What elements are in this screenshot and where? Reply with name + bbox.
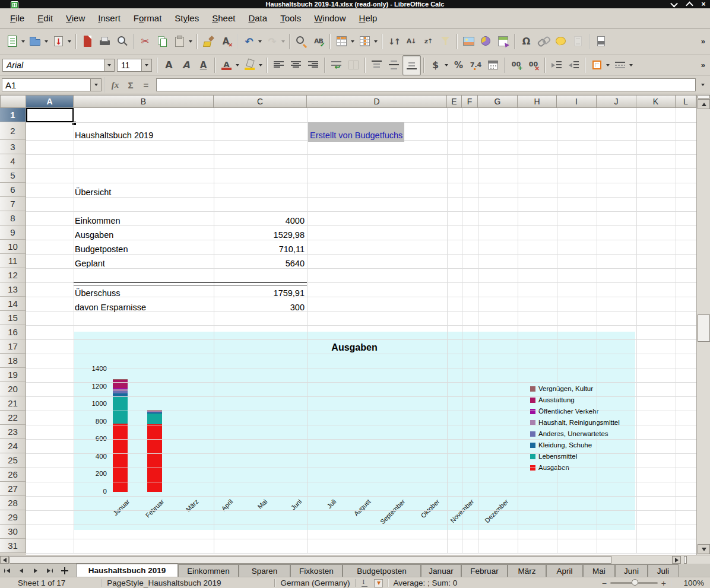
maximize-button[interactable] — [685, 1, 693, 7]
borders-button[interactable] — [588, 56, 611, 75]
save-button[interactable]: ↓ — [50, 32, 73, 51]
redo-button[interactable]: ↷ — [264, 32, 287, 51]
column-header-g[interactable]: G — [478, 95, 518, 108]
column-header-f[interactable]: F — [462, 95, 478, 108]
row-header-23[interactable]: 23 — [0, 425, 26, 439]
menu-item-window[interactable]: Window — [308, 11, 352, 25]
sheet-tab-sparen[interactable]: Sparen — [239, 564, 290, 577]
font-size-value[interactable]: 11 — [117, 59, 142, 72]
highlight-color-button[interactable] — [241, 56, 264, 75]
row-header-8[interactable]: 8 — [0, 211, 26, 225]
vertical-scroll-thumb[interactable] — [698, 314, 710, 342]
menu-item-view[interactable]: View — [59, 11, 91, 25]
bold-button[interactable]: A — [160, 56, 178, 75]
font-name-combobox[interactable]: Arial — [2, 59, 115, 72]
next-sheet-button[interactable] — [28, 565, 43, 577]
horizontal-scroll-thumb[interactable] — [9, 556, 611, 564]
sheet-tab-einkommen[interactable]: Einkommen — [178, 564, 239, 577]
font-color-button[interactable]: A — [218, 56, 241, 75]
italic-button[interactable]: A — [178, 56, 195, 75]
row-header-20[interactable]: 20 — [0, 382, 26, 396]
row-header-19[interactable]: 19 — [0, 368, 26, 382]
sum-icon[interactable]: Σ — [123, 80, 138, 90]
headers-footers-button[interactable] — [569, 32, 587, 51]
insert-hyperlink-button[interactable] — [535, 32, 552, 51]
document-modified-icon[interactable] — [374, 579, 383, 587]
equals-icon[interactable]: = — [138, 80, 154, 90]
sort-button[interactable]: ↓↑ — [385, 32, 402, 51]
row-header-26[interactable]: 26 — [0, 468, 26, 482]
zoom-level-label[interactable]: 100% — [677, 579, 704, 587]
delete-decimal-button[interactable]: 00 — [525, 56, 542, 75]
column-header-e[interactable]: E — [447, 95, 462, 108]
underline-button[interactable]: A — [195, 56, 212, 75]
row-header-25[interactable]: 25 — [0, 453, 26, 468]
increase-indent-button[interactable] — [548, 56, 565, 75]
export-pdf-button[interactable] — [79, 32, 96, 51]
align-bottom-button[interactable] — [402, 55, 421, 75]
currency-button[interactable]: $ — [427, 56, 450, 75]
insert-mode-icon[interactable] — [361, 579, 369, 587]
row-button[interactable] — [333, 32, 356, 51]
row-header-11[interactable]: 11 — [0, 254, 26, 268]
font-size-combobox[interactable]: 11 — [117, 59, 152, 72]
merge-cells-button[interactable] — [345, 56, 362, 75]
row-header-1[interactable]: 1 — [0, 108, 26, 122]
row-header-18[interactable]: 18 — [0, 354, 26, 368]
print-button[interactable] — [96, 32, 113, 51]
row-header-21[interactable]: 21 — [0, 396, 26, 411]
sheet-tab-budgetposten[interactable]: Budgetposten — [343, 564, 421, 577]
row-header-12[interactable]: 12 — [0, 268, 26, 282]
select-all-corner[interactable] — [0, 95, 26, 108]
column-header-l[interactable]: L — [676, 95, 696, 108]
previous-sheet-button[interactable] — [14, 565, 28, 577]
vertical-split-handle[interactable] — [698, 95, 710, 98]
row-header-31[interactable]: 31 — [0, 539, 26, 553]
sheet-tab-mai[interactable]: Mai — [583, 564, 615, 577]
column-header-i[interactable]: I — [557, 95, 597, 108]
page-style-label[interactable]: PageStyle_Haushaltsbuch 2019 — [107, 579, 221, 587]
column-header-d[interactable]: D — [307, 95, 447, 108]
sheet-tab-februar[interactable]: Februar — [461, 564, 508, 577]
cell-grid[interactable]: Ausgaben 0200400600800100012001400Januar… — [26, 108, 696, 555]
row-header-6[interactable]: 6 — [0, 183, 26, 197]
number-format-button[interactable]: 7.4 — [467, 56, 484, 75]
sheet-tab-januar[interactable]: Januar — [421, 564, 461, 577]
undo-button[interactable]: ↶ — [240, 32, 264, 51]
row-header-15[interactable]: 15 — [0, 311, 26, 325]
column-header-b[interactable]: B — [74, 95, 214, 108]
pivot-table-button[interactable] — [495, 32, 512, 51]
menu-item-sheet[interactable]: Sheet — [205, 11, 242, 25]
insert-image-button[interactable] — [460, 32, 477, 51]
scroll-down-button[interactable] — [698, 544, 710, 554]
zoom-slider-knob[interactable] — [632, 579, 638, 586]
scroll-right-button[interactable] — [672, 556, 681, 564]
align-center-button[interactable] — [287, 56, 305, 75]
sort-descending-button[interactable]: z↑ — [420, 32, 437, 51]
column-header-a[interactable]: A — [26, 95, 74, 108]
language-label[interactable]: German (Germany) — [280, 579, 350, 587]
sheet-tab-fixkosten[interactable]: Fixkosten — [290, 564, 343, 577]
autofilter-button[interactable] — [437, 32, 454, 51]
selection-summary-label[interactable]: Average: ; Sum: 0 — [394, 579, 458, 587]
column-header-k[interactable]: K — [636, 95, 676, 108]
function-wizard-icon[interactable]: fx — [107, 80, 123, 90]
row-header-5[interactable]: 5 — [0, 169, 26, 183]
selected-cell-a1[interactable] — [26, 108, 74, 122]
sheet-tab-april[interactable]: April — [546, 564, 583, 577]
add-sheet-button[interactable] — [57, 565, 72, 577]
row-header-30[interactable]: 30 — [0, 525, 26, 539]
menu-item-format[interactable]: Format — [127, 11, 169, 25]
vertical-scrollbar[interactable] — [696, 95, 710, 555]
sheet-tab-juni[interactable]: Juni — [615, 564, 648, 577]
menu-item-insert[interactable]: Insert — [91, 11, 127, 25]
special-character-button[interactable]: Ω — [518, 32, 535, 51]
sort-ascending-button[interactable]: A↓ — [402, 32, 420, 51]
row-header-13[interactable]: 13 — [0, 282, 26, 297]
toolbar-overflow-button[interactable]: » — [701, 61, 705, 69]
first-sheet-button[interactable] — [0, 565, 14, 577]
align-left-button[interactable] — [270, 56, 287, 75]
horizontal-split-handle[interactable] — [684, 556, 687, 564]
row-header-3[interactable]: 3 — [0, 140, 26, 154]
insert-chart-button[interactable] — [477, 32, 495, 51]
